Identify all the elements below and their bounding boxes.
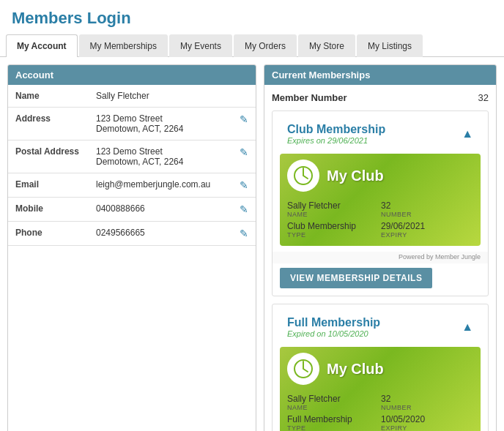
full-membership-card: My Club Sally Fletcher NAME 32 NUMBER xyxy=(280,347,481,431)
full-section-chevron[interactable]: ▲ xyxy=(462,321,473,334)
field-label-name: Name xyxy=(8,85,89,108)
full-card-number-value: 32 xyxy=(381,394,473,404)
club-btn-row: VIEW MEMBERSHIP DETAILS xyxy=(273,263,488,296)
club-membership-section: Club Membership Expires on 29/06/2021 ▲ xyxy=(272,110,489,296)
table-row: Postal Address 123 Demo StreetDemotown, … xyxy=(8,140,256,173)
card-name-label: NAME xyxy=(287,211,379,218)
club-membership-expiry: Expires on 29/06/2021 xyxy=(287,136,385,145)
table-row: Mobile 0400888666 ✎ xyxy=(8,198,256,222)
table-row: Address 123 Demo StreetDemotown, ACT, 22… xyxy=(8,108,256,140)
card-expiry-label: EXPIRY xyxy=(381,231,473,239)
page-title: Members Login xyxy=(12,9,492,28)
email-edit-icon[interactable]: ✎ xyxy=(240,179,248,191)
account-panel-header: Account xyxy=(8,65,256,85)
tab-my-store[interactable]: My Store xyxy=(298,34,355,57)
full-card-type-field: Full Membership TYPE xyxy=(287,414,379,431)
full-card-name-field: Sally Fletcher NAME xyxy=(287,394,379,411)
card-type-field: Club Membership TYPE xyxy=(287,221,379,239)
current-memberships-header: Current Memberships xyxy=(264,65,496,85)
card-number-value: 32 xyxy=(381,200,473,211)
club-logo xyxy=(287,160,319,192)
field-value-phone: 0249566665 xyxy=(89,222,232,246)
full-card-header: My Club xyxy=(280,347,481,391)
club-section-header: Club Membership Expires on 29/06/2021 ▲ xyxy=(280,117,481,151)
tab-my-listings[interactable]: My Listings xyxy=(357,34,423,57)
left-panel: Account Name Sally Fletcher Address 123 … xyxy=(7,64,256,431)
field-label-email: Email xyxy=(8,173,89,198)
full-card-expiry-field: 10/05/2020 EXPIRY xyxy=(381,414,473,431)
field-label-mobile: Mobile xyxy=(8,198,89,222)
field-value-mobile: 0400888666 xyxy=(89,198,232,222)
club-view-details-button[interactable]: VIEW MEMBERSHIP DETAILS xyxy=(280,268,432,288)
email-edit-cell: ✎ xyxy=(232,173,256,198)
field-label-postal: Postal Address xyxy=(8,140,89,173)
tab-my-orders[interactable]: My Orders xyxy=(234,34,297,57)
club-membership-title: Club Membership xyxy=(287,123,385,136)
account-table: Name Sally Fletcher Address 123 Demo Str… xyxy=(8,85,256,246)
page-header: Members Login xyxy=(0,0,504,34)
phone-edit-cell: ✎ xyxy=(232,222,256,246)
right-panel-inner: Member Number 32 Club Membership Expires… xyxy=(264,85,496,431)
field-value-address: 123 Demo StreetDemotown, ACT, 2264 xyxy=(89,108,232,140)
full-card-name-label: NAME xyxy=(287,404,379,411)
tab-my-events[interactable]: My Events xyxy=(169,34,232,57)
name-edit-spacer xyxy=(232,85,256,108)
club-powered-by: Powered by Member Jungle xyxy=(273,252,488,263)
club-card-details: Sally Fletcher NAME 32 NUMBER Club Membe… xyxy=(280,198,481,246)
club-logo-icon xyxy=(293,165,314,186)
card-name-value: Sally Fletcher xyxy=(287,200,379,211)
full-membership-title-group: Full Membership Expired on 10/05/2020 xyxy=(287,316,380,338)
club-name-text: My Club xyxy=(327,168,384,184)
field-value-postal: 123 Demo StreetDemotown, ACT, 2264 xyxy=(89,140,232,173)
card-type-label: TYPE xyxy=(287,231,379,239)
full-membership-section: Full Membership Expired on 10/05/2020 ▲ xyxy=(272,304,489,431)
member-number-value: 32 xyxy=(478,92,489,103)
phone-edit-icon[interactable]: ✎ xyxy=(240,228,248,239)
table-row: Email leigh@memberjungle.com.au ✎ xyxy=(8,173,256,198)
tabs-bar: My Account My Memberships My Events My O… xyxy=(0,34,504,57)
card-name-field: Sally Fletcher NAME xyxy=(287,200,379,218)
club-membership-title-group: Club Membership Expires on 29/06/2021 xyxy=(287,123,385,145)
postal-edit-cell: ✎ xyxy=(232,140,256,173)
club-section-top: Club Membership Expires on 29/06/2021 ▲ xyxy=(273,111,488,154)
mobile-edit-icon[interactable]: ✎ xyxy=(240,203,248,215)
card-number-label: NUMBER xyxy=(381,211,473,218)
club-section-chevron[interactable]: ▲ xyxy=(462,127,473,140)
card-expiry-value: 29/06/2021 xyxy=(381,221,473,231)
postal-edit-icon[interactable]: ✎ xyxy=(240,146,248,158)
tab-my-account[interactable]: My Account xyxy=(6,34,78,57)
field-label-phone: Phone xyxy=(8,222,89,246)
field-value-name: Sally Fletcher xyxy=(89,85,232,108)
full-club-name-text: My Club xyxy=(327,361,384,378)
address-edit-cell: ✎ xyxy=(232,108,256,140)
table-row: Name Sally Fletcher xyxy=(8,85,256,108)
full-membership-title: Full Membership xyxy=(287,316,380,329)
club-card-header: My Club xyxy=(280,154,481,198)
card-type-value: Club Membership xyxy=(287,221,379,231)
full-card-type-value: Full Membership xyxy=(287,414,379,424)
full-section-top: Full Membership Expired on 10/05/2020 ▲ xyxy=(273,304,488,347)
right-panel: Current Memberships Member Number 32 Clu… xyxy=(264,64,497,431)
card-number-field: 32 NUMBER xyxy=(381,200,473,218)
full-club-logo xyxy=(287,353,319,385)
card-expiry-field: 29/06/2021 EXPIRY xyxy=(381,221,473,239)
tab-my-memberships[interactable]: My Memberships xyxy=(79,34,168,57)
full-card-expiry-value: 10/05/2020 xyxy=(381,414,473,424)
full-card-number-label: NUMBER xyxy=(381,404,473,411)
member-number-label: Member Number xyxy=(272,92,347,103)
full-club-logo-icon xyxy=(293,359,314,379)
full-card-type-label: TYPE xyxy=(287,424,379,431)
full-card-name-value: Sally Fletcher xyxy=(287,394,379,404)
member-number-row: Member Number 32 xyxy=(272,92,489,103)
full-card-details: Sally Fletcher NAME 32 NUMBER Full Membe… xyxy=(280,391,481,431)
field-label-address: Address xyxy=(8,108,89,140)
field-value-email: leigh@memberjungle.com.au xyxy=(89,173,232,198)
full-card-expiry-label: EXPIRY xyxy=(381,424,473,431)
page-wrapper: Members Login My Account My Memberships … xyxy=(0,0,504,431)
club-membership-card: My Club Sally Fletcher NAME 32 NUMBER xyxy=(280,154,481,246)
full-card-number-field: 32 NUMBER xyxy=(381,394,473,411)
main-content: Account Name Sally Fletcher Address 123 … xyxy=(0,57,504,431)
table-row: Phone 0249566665 ✎ xyxy=(8,222,256,246)
address-edit-icon[interactable]: ✎ xyxy=(240,113,248,125)
mobile-edit-cell: ✎ xyxy=(232,198,256,222)
